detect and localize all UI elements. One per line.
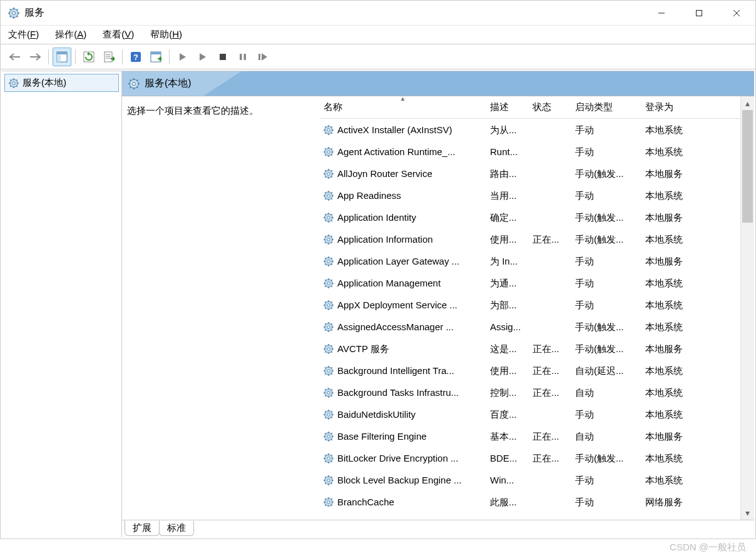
table-row[interactable]: Agent Activation Runtime_...Runt...手动本地系… <box>320 141 740 163</box>
scroll-down-icon[interactable]: ▾ <box>741 506 754 520</box>
minimize-button[interactable] <box>643 1 680 26</box>
service-logon: 本地服务 <box>641 339 712 358</box>
service-name: Background Tasks Infrastru... <box>337 383 459 402</box>
service-name: BitLocker Drive Encryption ... <box>337 448 458 468</box>
tree-item-services-local[interactable]: 服务(本地) <box>4 74 119 92</box>
forward-button[interactable] <box>26 48 44 66</box>
service-logon: 本地系统 <box>641 230 712 249</box>
gear-icon <box>324 147 334 157</box>
service-startup: 手动 <box>571 120 641 139</box>
refresh-button[interactable] <box>79 48 98 66</box>
service-name: Base Filtering Engine <box>337 427 427 446</box>
service-name: BranchCache <box>337 492 394 507</box>
service-desc: 百度... <box>486 405 529 424</box>
gear-icon <box>128 78 140 89</box>
gear-icon <box>9 78 19 88</box>
table-row[interactable]: AVCTP 服务这是...正在...手动(触发...本地服务 <box>320 338 740 360</box>
service-logon: 本地系统 <box>641 120 712 139</box>
restart-service-button[interactable] <box>253 48 272 66</box>
service-desc: 为通... <box>486 273 529 293</box>
sort-asc-icon: ▲ <box>400 96 406 102</box>
titlebar: 服务 <box>1 1 755 26</box>
service-status: 正在... <box>529 361 571 380</box>
table-row[interactable]: Application Management为通...手动本地系统 <box>320 272 740 294</box>
pause-service-button[interactable] <box>233 48 252 66</box>
service-startup: 手动(触发... <box>571 230 641 249</box>
service-name: Background Intelligent Tra... <box>337 361 454 380</box>
service-name: App Readiness <box>337 186 401 205</box>
scroll-up-icon[interactable]: ▴ <box>741 96 754 110</box>
table-row[interactable]: Block Level Backup Engine ...Win...手动本地系… <box>320 469 740 491</box>
menu-help[interactable]: 帮助(H) <box>148 28 185 42</box>
tab-extend[interactable]: 扩展 <box>125 520 160 536</box>
menu-file[interactable]: 文件(F) <box>6 28 41 42</box>
table-row[interactable]: AssignedAccessManager ...Assig...手动(触发..… <box>320 316 740 338</box>
close-button[interactable] <box>718 1 755 26</box>
menu-view[interactable]: 查看(V) <box>100 28 136 42</box>
gear-icon <box>324 322 334 332</box>
svg-text:?: ? <box>133 53 138 62</box>
service-desc: BDE... <box>486 448 529 468</box>
column-header-name[interactable]: 名称 ▲ <box>320 96 486 118</box>
service-logon: 本地系统 <box>641 273 712 293</box>
stop-service-button[interactable] <box>213 48 232 66</box>
back-button[interactable] <box>6 48 24 66</box>
service-name: AssignedAccessManager ... <box>337 317 454 336</box>
gear-icon <box>324 256 334 266</box>
service-desc: 为部... <box>486 295 529 315</box>
service-desc: 控制... <box>486 383 529 402</box>
service-desc: 基本... <box>486 427 529 446</box>
tab-standard[interactable]: 标准 <box>159 521 194 536</box>
table-header: 名称 ▲ 描述 状态 启动类型 登录为 <box>320 96 740 119</box>
table-row[interactable]: Background Tasks Infrastru...控制...正在...自… <box>320 382 740 403</box>
table-row[interactable]: Base Filtering Engine基本...正在...自动本地服务 <box>320 425 740 447</box>
service-name: AllJoyn Router Service <box>337 164 432 183</box>
service-logon: 网络服务 <box>641 492 712 507</box>
table-row[interactable]: ActiveX Installer (AxInstSV)为从...手动本地系统 <box>320 119 740 141</box>
show-hide-tree-button[interactable] <box>53 48 71 66</box>
export-list-button[interactable] <box>100 48 118 66</box>
right-content: 选择一个项目来查看它的描述。 名称 ▲ 描述 状态 启动类型 登录为 <box>122 96 754 520</box>
service-logon: 本地系统 <box>641 470 712 490</box>
gear-icon <box>324 125 334 135</box>
service-logon: 本地系统 <box>641 405 712 424</box>
app-icon <box>8 8 19 19</box>
table-row[interactable]: App Readiness当用...手动本地系统 <box>320 184 740 206</box>
maximize-button[interactable] <box>680 1 718 26</box>
menu-action[interactable]: 操作(A) <box>53 28 89 42</box>
service-startup: 自动(延迟... <box>571 361 641 380</box>
window-title: 服务 <box>24 6 44 19</box>
table-row[interactable]: AllJoyn Router Service路由...手动(触发...本地服务 <box>320 163 740 184</box>
help-button[interactable]: ? <box>126 48 145 66</box>
table-row[interactable]: Application Layer Gateway ...为 In...手动本地… <box>320 250 740 272</box>
svg-rect-20 <box>220 54 226 60</box>
table-row[interactable]: BaiduNetdiskUtility百度...手动本地系统 <box>320 403 740 425</box>
table-row[interactable]: AppX Deployment Service ...为部...手动本地系统 <box>320 294 740 316</box>
svg-rect-10 <box>697 10 702 16</box>
scroll-thumb[interactable] <box>742 110 753 223</box>
vertical-scrollbar[interactable]: ▴ ▾ <box>740 96 754 520</box>
table-rows: ActiveX Installer (AxInstSV)为从...手动本地系统A… <box>320 119 740 507</box>
table-row[interactable]: Background Intelligent Tra...使用...正在...自… <box>320 360 740 382</box>
service-desc: 确定... <box>486 208 529 227</box>
table-row[interactable]: BitLocker Drive Encryption ...BDE...正在..… <box>320 447 740 469</box>
table-row[interactable]: Application Information使用...正在...手动(触发..… <box>320 228 740 250</box>
start-service-alt-button[interactable] <box>193 48 212 66</box>
table-row[interactable]: BranchCache此服...手动网络服务 <box>320 491 740 507</box>
menu-bar: 文件(F) 操作(A) 查看(V) 帮助(H) <box>1 26 755 44</box>
column-header-logon[interactable]: 登录为 <box>641 96 712 118</box>
table-scroll: 名称 ▲ 描述 状态 启动类型 登录为 ActiveX Installer (A… <box>320 96 740 520</box>
service-name: Application Information <box>337 230 433 249</box>
table-row[interactable]: Application Identity确定...手动(触发...本地服务 <box>320 206 740 228</box>
gear-icon <box>324 388 334 398</box>
service-logon: 本地服务 <box>641 164 712 183</box>
properties-button[interactable] <box>146 48 165 66</box>
right-header-label: 服务(本地) <box>145 77 192 90</box>
client-area: 服务(本地) 服务(本地) 选择一个项目来查看它的描述。 <box>2 71 754 537</box>
column-header-status[interactable]: 状态 <box>529 96 571 118</box>
toolbar-divider <box>48 49 49 64</box>
column-header-desc[interactable]: 描述 <box>486 96 529 118</box>
start-service-button[interactable] <box>173 48 192 66</box>
toolbar-divider <box>122 49 123 64</box>
column-header-startup[interactable]: 启动类型 <box>571 96 641 118</box>
